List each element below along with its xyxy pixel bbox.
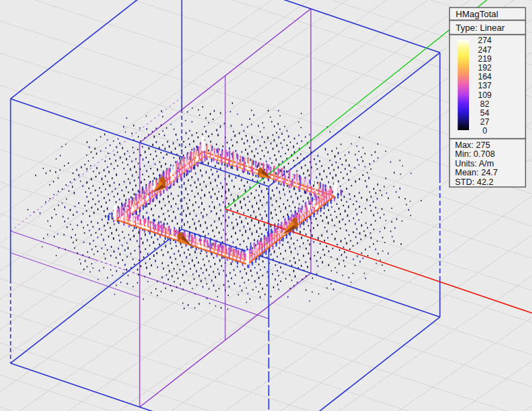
svg-text:Mean: 24.7: Mean: 24.7 xyxy=(455,168,498,177)
svg-text:247: 247 xyxy=(478,45,492,55)
svg-text:0: 0 xyxy=(483,126,487,136)
svg-text:27: 27 xyxy=(480,117,490,127)
svg-text:274: 274 xyxy=(478,36,492,45)
svg-text:HMagTotal: HMagTotal xyxy=(456,9,498,19)
svg-text:164: 164 xyxy=(478,72,492,82)
svg-text:Max: 275: Max: 275 xyxy=(455,140,490,150)
svg-text:109: 109 xyxy=(478,90,492,100)
svg-text:Units: A/m: Units: A/m xyxy=(455,159,494,169)
svg-text:137: 137 xyxy=(478,81,492,90)
svg-text:Min: 0.708: Min: 0.708 xyxy=(455,149,495,159)
svg-text:Type: Linear: Type: Linear xyxy=(456,23,505,33)
svg-text:STD: 42.2: STD: 42.2 xyxy=(455,177,494,187)
svg-text:82: 82 xyxy=(480,99,490,109)
svg-text:192: 192 xyxy=(478,63,492,73)
svg-text:219: 219 xyxy=(478,54,492,64)
svg-text:54: 54 xyxy=(480,108,490,118)
